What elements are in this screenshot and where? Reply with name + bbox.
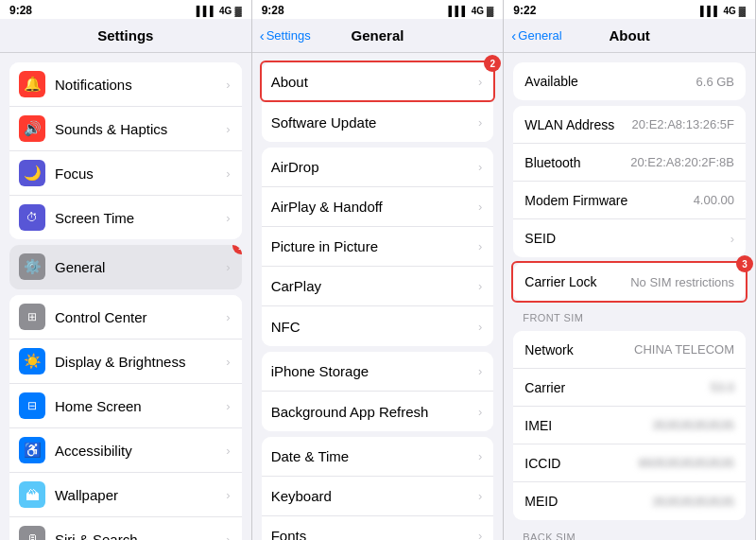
chevron-icon: › [226,122,230,136]
chevron-icon: › [478,529,482,540]
section-datetime: Date & Time › Keyboard › Fonts › Languag… [262,437,494,540]
sounds-icon: 🔊 [19,115,45,142]
about-section: About › Software Update › [262,62,494,142]
status-time-2: 9:28 [262,4,284,17]
chevron-icon: › [478,489,482,503]
row-fonts[interactable]: Fonts › [262,516,494,540]
annotation-badge-3: 3 [736,255,753,272]
control-center-icon: ⊞ [19,304,45,330]
sounds-label: Sounds & Haptics [55,121,222,137]
status-icons-3: ▌▌▌ 4G ▓ [700,6,746,16]
row-software-update[interactable]: Software Update › [262,102,494,142]
row-imei: IMEI 353535353535 [513,407,746,444]
available-value: 6.6 GB [696,75,734,89]
focus-label: Focus [55,165,222,182]
section-network-info: WLAN Address 20:E2:A8:13:26:5F Bluetooth… [513,106,746,257]
nav-title-1: Settings [97,27,153,44]
battery-icon-2: ▓ [487,6,493,16]
row-home-screen[interactable]: ⊟ Home Screen › [9,384,242,428]
chevron-icon: › [226,444,230,458]
row-carplay[interactable]: CarPlay › [262,267,494,306]
bluetooth-label: Bluetooth [524,155,630,170]
section-available: Available 6.6 GB [513,62,746,100]
row-bg-refresh[interactable]: Background App Refresh › [262,392,494,431]
panel-about: 9:22 ▌▌▌ 4G ▓ ‹ General About Available … [504,0,756,540]
settings-list-2[interactable]: About › Software Update › 2 AirDrop › Ai… [252,53,504,540]
back-arrow-icon-2: ‹ [260,27,265,44]
row-about[interactable]: About › [262,62,494,102]
wlan-value: 20:E2:A8:13:26:5F [632,117,734,131]
nav-bar-1: Settings [0,19,251,53]
airplay-label: AirPlay & Handoff [271,199,474,215]
focus-icon: 🌙 [19,160,45,186]
general-label: General [55,259,222,275]
row-focus[interactable]: 🌙 Focus › [9,151,242,196]
about-group-wrapper: About › Software Update › 2 [262,62,494,142]
bluetooth-value: 20:E2:A8:20:2F:8B [630,155,734,169]
chevron-icon: › [478,279,482,293]
row-siri[interactable]: 🎙 Siri & Search › [9,517,242,540]
keyboard-label: Keyboard [271,488,474,504]
row-keyboard[interactable]: Keyboard › [262,477,494,516]
row-wallpaper[interactable]: 🏔 Wallpaper › [9,473,242,517]
row-airdrop[interactable]: AirDrop › [262,148,494,187]
datetime-label: Date & Time [271,448,474,464]
row-accessibility[interactable]: ♿ Accessibility › [9,428,242,473]
nav-back-label-3: General [518,28,561,43]
row-control-center[interactable]: ⊞ Control Center › [9,295,242,340]
back-sim-header: BACK SIM [504,526,755,540]
row-screen-time[interactable]: ⏱ Screen Time › [9,196,242,239]
status-bar-1: 9:28 ▌▌▌ 4G ▓ [0,0,251,19]
row-carrier: Carrier 53.0 [513,369,746,407]
network-icon-3: 4G [723,6,735,16]
section-group-general: ⚙️ General › 1 [9,245,242,289]
chevron-icon: › [226,310,230,324]
status-time-1: 9:28 [9,4,32,17]
about-content[interactable]: Available 6.6 GB WLAN Address 20:E2:A8:1… [504,53,755,540]
row-iphone-storage[interactable]: iPhone Storage › [262,352,494,392]
row-seid[interactable]: SEID › [513,219,746,257]
settings-list-1[interactable]: 🔔 Notifications › 🔊 Sounds & Haptics › 🌙… [0,53,251,540]
imei-value: 353535353535 [652,418,734,432]
bg-refresh-label: Background App Refresh [271,404,474,420]
status-bar-3: 9:22 ▌▌▌ 4G ▓ [504,0,755,19]
status-icons-1: ▌▌▌ 4G ▓ [197,6,242,16]
carrier-lock-label: Carrier Lock [524,274,630,289]
fonts-label: Fonts [271,528,474,540]
row-datetime[interactable]: Date & Time › [262,437,494,477]
row-notifications[interactable]: 🔔 Notifications › [9,62,242,107]
row-sounds[interactable]: 🔊 Sounds & Haptics › [9,107,242,151]
nav-back-2[interactable]: ‹ Settings [260,27,311,44]
chevron-icon: › [478,200,482,214]
carrier-lock-value: No SIM restrictions [630,275,734,289]
section-group-top: 🔔 Notifications › 🔊 Sounds & Haptics › 🌙… [9,62,242,239]
carrier-lock-wrapper: Carrier Lock No SIM restrictions 3 [513,263,746,301]
home-screen-icon: ⊟ [19,392,45,419]
row-wlan: WLAN Address 20:E2:A8:13:26:5F [513,106,746,144]
row-carrier-lock: Carrier Lock No SIM restrictions [513,263,746,301]
row-display[interactable]: ☀️ Display & Brightness › [9,340,242,384]
modem-value: 4.00.00 [694,193,734,207]
chevron-icon: › [226,355,230,369]
imei-label: IMEI [524,418,652,433]
chevron-icon: › [478,115,482,130]
nav-title-3: About [610,27,650,44]
section-front-sim: Network CHINA TELECOM Carrier 53.0 IMEI … [513,331,746,520]
chevron-icon: › [730,232,734,246]
annotation-badge-2: 2 [484,55,501,72]
row-airplay[interactable]: AirPlay & Handoff › [262,187,494,227]
row-pip[interactable]: Picture in Picture › [262,227,494,267]
chevron-icon: › [478,239,482,253]
front-sim-header: FRONT SIM [504,306,755,325]
chevron-icon: › [478,449,482,463]
section-group-system: ⊞ Control Center › ☀️ Display & Brightne… [9,295,242,540]
row-network: Network CHINA TELECOM [513,331,746,369]
row-iccid: ICCID 89353535353535 [513,444,746,482]
nav-back-3[interactable]: ‹ General [511,27,561,44]
row-general[interactable]: ⚙️ General › [9,245,242,289]
chevron-icon: › [226,260,230,274]
software-update-label: Software Update [271,114,474,131]
row-nfc[interactable]: NFC › [262,306,494,346]
screen-time-label: Screen Time [55,210,222,226]
siri-label: Siri & Search [55,531,222,541]
